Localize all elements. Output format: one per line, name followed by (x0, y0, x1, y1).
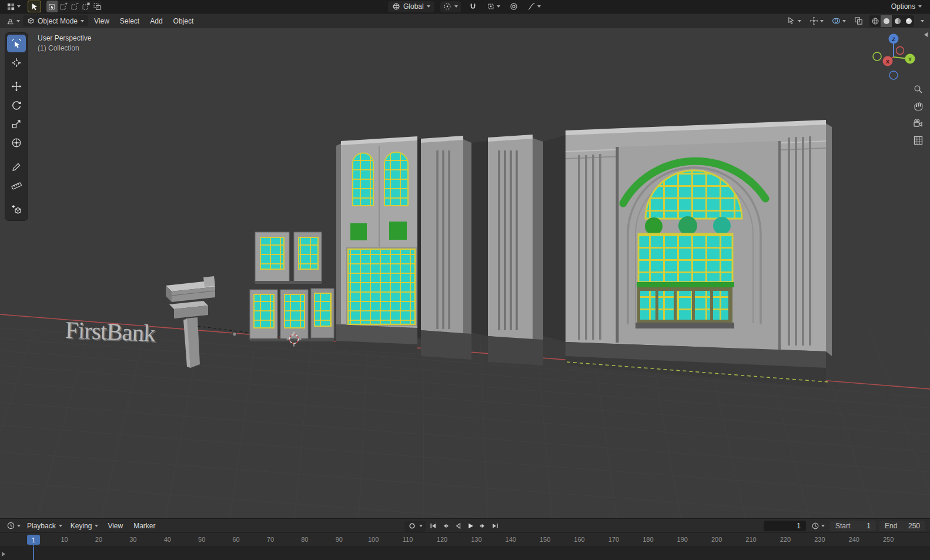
record-button[interactable] (407, 521, 417, 531)
object-visibility-dropdown[interactable] (785, 16, 803, 26)
jump-to-start-button[interactable] (429, 521, 438, 531)
mode-dropdown[interactable]: Object Mode (23, 15, 88, 26)
proportional-falloff-dropdown[interactable] (526, 2, 543, 11)
timeline-ruler[interactable]: 1020304050607080901001101201301401501601… (0, 532, 930, 546)
active-tool-button[interactable] (28, 1, 41, 12)
previous-keyframe-button[interactable] (441, 521, 450, 531)
gizmo-z-neg-axis[interactable] (889, 71, 898, 79)
tool-annotate[interactable] (7, 158, 26, 176)
tool-rotate[interactable] (7, 96, 26, 114)
timeline-track-area[interactable] (0, 546, 930, 560)
cursor-arrow-icon (30, 2, 39, 11)
editor-type-button[interactable] (4, 16, 22, 26)
select-mode-subtract[interactable] (69, 1, 80, 12)
tool-cursor[interactable] (7, 53, 26, 71)
current-frame-field[interactable]: 1 (764, 521, 806, 531)
tool-scale[interactable] (7, 115, 26, 133)
app-menu-button[interactable] (5, 2, 22, 12)
chevron-down-icon (16, 20, 20, 22)
scene-text-firstbank: FirstBank FirstBank (65, 316, 158, 348)
ruler-tick: 100 (368, 536, 379, 543)
object-menu[interactable]: Object (169, 15, 199, 27)
playback-controls (404, 519, 500, 533)
playback-sync-dropdown[interactable] (809, 521, 827, 531)
select-invert-icon (82, 2, 90, 11)
ruler-tick: 160 (574, 536, 584, 543)
rotate-icon (11, 100, 22, 110)
playhead[interactable]: 1 (27, 535, 40, 545)
tool-add-cube[interactable] (7, 201, 26, 219)
next-keyframe-button[interactable] (478, 521, 487, 531)
end-frame-field[interactable]: End250 (879, 521, 925, 531)
tool-select-box[interactable] (7, 35, 26, 52)
gizmo-y-neg-axis[interactable] (873, 52, 881, 61)
chevron-down-icon (821, 525, 825, 527)
tool-transform[interactable] (7, 134, 26, 152)
camera-view-control[interactable] (914, 119, 923, 128)
shading-wireframe-button[interactable] (869, 15, 881, 27)
add-menu[interactable]: Add (145, 15, 167, 27)
proportional-editing-toggle[interactable] (508, 2, 520, 11)
pan-control[interactable] (914, 102, 923, 111)
snap-settings-dropdown[interactable] (485, 2, 502, 11)
shading-rendered-button[interactable] (903, 15, 914, 27)
chevron-down-icon (95, 525, 98, 527)
prev-keyframe-icon (441, 522, 450, 530)
view-menu[interactable]: View (89, 15, 114, 27)
ruler-tick: 150 (540, 536, 550, 543)
toggle-ortho-control[interactable] (914, 136, 923, 145)
zoom-control[interactable] (914, 85, 923, 94)
options-dropdown[interactable]: Options (888, 1, 925, 12)
orientation-label: Global (403, 2, 424, 11)
snap-toggle[interactable] (467, 2, 479, 12)
topbar-right: Options (888, 1, 925, 12)
chevron-down-icon (17, 525, 21, 527)
viewport-3d[interactable]: FirstBank FirstBank (0, 28, 930, 518)
play-reverse-icon (454, 522, 462, 530)
play-button[interactable] (466, 521, 475, 531)
blender-window: Global Options (0, 0, 930, 560)
select-mode-set[interactable] (46, 1, 58, 12)
timeline-header-left: Playback Keying View Marker (5, 520, 160, 532)
tool-measure[interactable] (7, 177, 26, 195)
orientation-global-icon (392, 2, 400, 11)
start-frame-field[interactable]: Start1 (830, 521, 876, 531)
mode-label: Object Mode (38, 17, 78, 25)
clock-icon (6, 521, 15, 530)
rendered-sphere-icon (905, 17, 913, 25)
solid-sphere-icon (882, 17, 891, 25)
timeline-editor-type-button[interactable] (5, 521, 22, 531)
expand-panel-icon[interactable] (2, 552, 5, 556)
viewport-header-right (785, 15, 926, 27)
select-mode-invert[interactable] (80, 1, 91, 12)
xray-toggle[interactable] (852, 16, 865, 26)
navigation-gizmo[interactable]: Z Y X (867, 31, 920, 83)
timeline-header: Playback Keying View Marker 1 Start1 (0, 518, 930, 532)
shading-dropdown[interactable] (919, 19, 926, 23)
timeline-marker-menu[interactable]: Marker (129, 520, 160, 532)
scale-icon (11, 119, 22, 129)
ruler-tick: 80 (301, 536, 308, 543)
sidebar-toggle-icon[interactable] (924, 32, 928, 37)
timeline-view-menu[interactable]: View (103, 520, 128, 532)
overlays-dropdown[interactable] (830, 16, 848, 26)
select-menu[interactable]: Select (115, 15, 144, 27)
gizmos-dropdown[interactable] (808, 16, 825, 26)
gizmo-x-neg-axis[interactable] (896, 47, 904, 55)
tool-move[interactable] (7, 78, 26, 95)
select-mode-extend[interactable] (58, 1, 69, 12)
select-set-icon (48, 2, 56, 11)
cursor-tool-icon (11, 57, 22, 68)
keying-menu[interactable]: Keying (67, 520, 102, 531)
pivot-point-dropdown[interactable] (440, 1, 461, 12)
playback-menu[interactable]: Playback (24, 520, 66, 531)
next-keyframe-icon (479, 522, 487, 530)
play-reverse-button[interactable] (453, 521, 463, 531)
select-mode-intersect[interactable] (91, 1, 102, 12)
viewport-canvas[interactable]: FirstBank FirstBank (0, 28, 930, 518)
shading-material-button[interactable] (892, 15, 903, 27)
transform-orientation-dropdown[interactable]: Global (388, 1, 434, 12)
ruler-tick: 70 (267, 536, 274, 543)
jump-to-end-button[interactable] (490, 521, 500, 531)
shading-solid-button[interactable] (881, 15, 892, 27)
